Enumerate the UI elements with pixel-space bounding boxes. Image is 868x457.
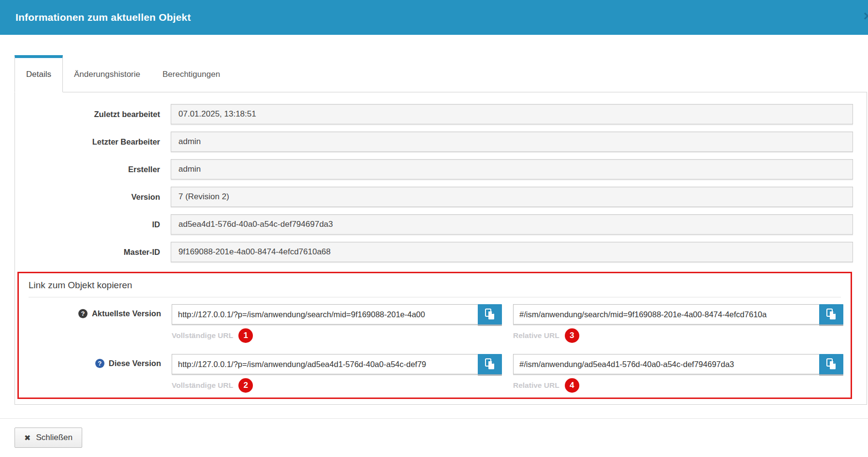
copy-icon	[485, 358, 495, 371]
form-row: Master-ID	[15, 242, 867, 262]
form-row: ID	[15, 214, 867, 235]
annotation-badge-2: 2	[238, 378, 253, 393]
link-label-text: Aktuellste Version	[92, 309, 161, 318]
field-value-master-id	[171, 242, 853, 262]
link-label-diese-version: ? Diese Version	[19, 354, 172, 368]
tab-bar: Details Änderungshistorie Berechtigungen	[15, 55, 868, 92]
annotation-badge-1: 1	[238, 328, 253, 343]
copy-button[interactable]	[478, 354, 502, 374]
tab-details[interactable]: Details	[15, 55, 63, 92]
copy-icon	[826, 308, 837, 321]
relative-url-input-aktuellste[interactable]	[513, 304, 819, 324]
url-caption: Vollständige URL	[172, 331, 233, 340]
footer-divider	[0, 418, 868, 419]
tab-berechtigungen[interactable]: Berechtigungen	[151, 55, 231, 92]
field-value-version	[171, 187, 853, 207]
url-caption: Relative URL	[513, 381, 559, 390]
link-label-aktuellste-version: ? Aktuellste Version	[19, 304, 172, 318]
url-caption: Relative URL	[513, 331, 559, 340]
field-label-id: ID	[15, 220, 171, 229]
field-label-ersteller: Ersteller	[15, 165, 171, 174]
help-icon[interactable]: ?	[95, 359, 104, 368]
help-icon[interactable]: ?	[78, 309, 88, 318]
tab-aenderungshistorie[interactable]: Änderungshistorie	[63, 55, 151, 92]
field-value-letzter-bearbeiter	[171, 132, 853, 152]
copy-button[interactable]	[819, 354, 843, 374]
annotation-red-box: Link zum Objekt kopieren ? Aktuellste Ve…	[17, 272, 852, 399]
form-row: Ersteller	[15, 159, 867, 179]
relative-url-input-diese[interactable]	[513, 354, 819, 374]
copy-button[interactable]	[819, 304, 843, 324]
annotation-badge-4: 4	[565, 378, 579, 393]
link-label-text: Diese Version	[109, 359, 161, 368]
full-url-input-aktuellste[interactable]	[172, 304, 478, 324]
field-label-letzter-bearbeiter: Letzter Bearbeiter	[15, 137, 171, 147]
details-panel: Zuletzt bearbeitet Letzter Bearbeiter Er…	[15, 92, 867, 405]
annotation-badge-3: 3	[565, 328, 579, 343]
full-url-input-diese[interactable]	[172, 354, 478, 374]
link-section-title: Link zum Objekt kopieren	[19, 273, 851, 297]
form-row: Letzter Bearbeiter	[15, 132, 867, 152]
modal-title: Informationen zum aktuellen Objekt	[15, 12, 191, 23]
form-row: Version	[15, 187, 867, 207]
section-divider	[29, 297, 841, 297]
schliessen-button-label: Schließen	[36, 433, 73, 442]
field-label-version: Version	[15, 192, 171, 202]
field-label-master-id: Master-ID	[15, 248, 171, 257]
copy-icon	[826, 358, 837, 371]
link-row-aktuellste-version: ? Aktuellste Version	[19, 304, 851, 343]
copy-icon	[485, 308, 495, 321]
form-row: Zuletzt bearbeitet	[15, 104, 867, 124]
copy-button[interactable]	[478, 304, 502, 324]
schliessen-button[interactable]: ✖ Schließen	[15, 428, 82, 448]
field-value-ersteller	[171, 159, 853, 179]
field-label-zuletzt-bearbeitet: Zuletzt bearbeitet	[15, 110, 171, 119]
field-value-zuletzt-bearbeitet	[171, 104, 853, 124]
close-x-icon: ✖	[24, 433, 30, 442]
url-caption: Vollständige URL	[172, 381, 233, 390]
field-value-id	[171, 214, 853, 235]
close-icon[interactable]: ×	[863, 9, 868, 23]
modal-header: Informationen zum aktuellen Objekt ×	[0, 0, 868, 35]
link-row-diese-version: ? Diese Version	[19, 354, 851, 393]
